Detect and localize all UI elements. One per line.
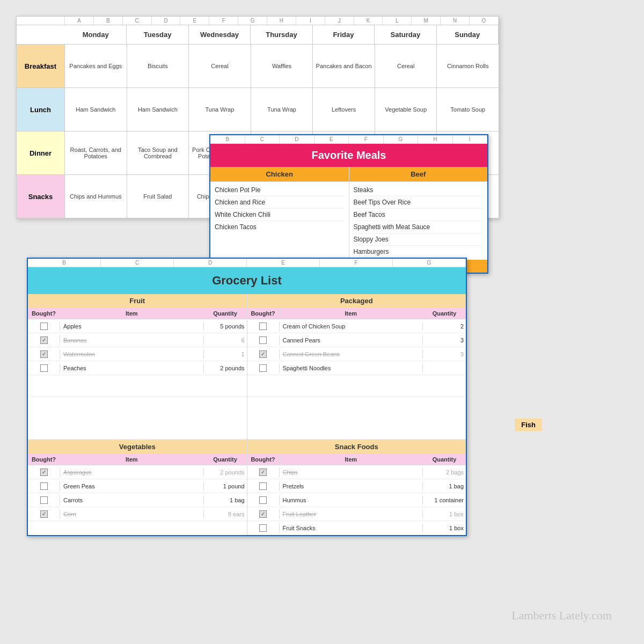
- mp-cell-l-tue: Ham Sandwich: [127, 88, 189, 131]
- mp-cell-b-fri: Pancakes and Bacon: [313, 45, 375, 87]
- mp-day-thursday: Thursday: [251, 25, 312, 44]
- mp-cell-l-thu: Tuna Wrap: [251, 88, 313, 131]
- gl-item-snack-0: Chips: [280, 468, 423, 477]
- gl-col-row-snack: Bought? Item Quantity: [247, 454, 466, 465]
- gl-qty-veg-1: 1 pound: [204, 482, 247, 491]
- mp-day-wednesday: Wednesday: [189, 25, 251, 44]
- checkbox-snack-0[interactable]: [259, 469, 267, 476]
- checkbox-fruit-2[interactable]: [40, 350, 48, 358]
- gl-col-row-packaged: Bought? Item Quantity: [247, 308, 466, 319]
- fm-chicken-3: White Chicken Chili: [215, 209, 345, 221]
- gl-item-fruit-1: Bananas: [60, 336, 204, 345]
- checkbox-fruit-3[interactable]: [40, 364, 48, 372]
- fm-beef-2: Beef Tips Over Rice: [354, 196, 484, 209]
- mp-letter-m: M: [412, 17, 441, 25]
- gl-qty-veg-3: 8 ears: [204, 510, 247, 518]
- fm-chicken-col: Chicken Pot Pie Chicken and Rice White C…: [210, 182, 349, 260]
- checkbox-fruit-0[interactable]: [40, 323, 48, 330]
- gl-col-label-veg-bought: Bought?: [28, 454, 60, 465]
- gl-check-fruit-0: [28, 321, 60, 331]
- gl-section-veg-snack: Vegetables Bought? Item Quantity Asparag…: [28, 440, 466, 535]
- gl-qty-snack-0: 2 bags: [423, 468, 466, 477]
- gl-qty-fruit-2: 1: [204, 350, 247, 358]
- fm-beef-3: Beef Tacos: [354, 209, 484, 221]
- checkbox-snack-1[interactable]: [259, 482, 267, 490]
- gl-spacer-fruit: [28, 375, 247, 397]
- gl-qty-veg-0: 2 pounds: [204, 468, 247, 477]
- mp-letter-j: J: [325, 17, 354, 25]
- gl-item-snack-3: Fruit Leather: [280, 510, 423, 518]
- gl-spacer-pkg: [247, 375, 466, 397]
- fm-letter-f: F: [349, 135, 384, 143]
- gl-check-snack-0: [247, 467, 280, 477]
- fm-title: Favorite Meals: [210, 144, 487, 167]
- checkbox-snack-4[interactable]: [259, 524, 267, 532]
- gl-item-snack-4: Fruit Snacks: [280, 524, 423, 532]
- gl-item-veg-0: Asparagus: [60, 468, 204, 477]
- gl-item-fruit-2: Watermelon: [60, 350, 204, 358]
- gl-row-snack-0: Chips 2 bags: [247, 465, 466, 479]
- gl-qty-snack-3: 1 box: [423, 510, 466, 518]
- gl-header-packaged: Packaged: [247, 294, 466, 308]
- favorite-meals: B C D E F G H I Favorite Meals Chicken B…: [209, 134, 488, 274]
- gl-section-fruit-packaged: Fruit Bought? Item Quantity Apples 5 pou…: [28, 294, 466, 440]
- grocery-list: B C D E F G Grocery List Fruit Bought? I…: [27, 258, 467, 536]
- gl-item-fruit-0: Apples: [60, 322, 204, 331]
- checkbox-pkg-0[interactable]: [259, 323, 267, 330]
- gl-check-veg-3: [28, 509, 60, 519]
- gl-letter-e: E: [247, 259, 320, 267]
- fm-letter-c: C: [245, 135, 280, 143]
- gl-item-pkg-1: Canned Pears: [280, 336, 423, 345]
- gl-check-snack-3: [247, 509, 280, 519]
- checkbox-snack-2[interactable]: [259, 496, 267, 504]
- mp-row-lunch: Lunch Ham Sandwich Ham Sandwich Tuna Wra…: [17, 88, 499, 131]
- gl-spacer-pkg-2: [247, 397, 466, 440]
- mp-cell-b-sun: Cinnamon Rolls: [437, 45, 499, 87]
- watermark: Lamberts Lately.com: [511, 609, 612, 623]
- checkbox-veg-1[interactable]: [40, 482, 48, 490]
- gl-check-fruit-3: [28, 363, 60, 373]
- gl-col-label-veg-item: Item: [60, 454, 204, 465]
- gl-half-snackfoods: Snack Foods Bought? Item Quantity Chips …: [247, 440, 466, 535]
- gl-item-veg-1: Green Peas: [60, 482, 204, 491]
- gl-row-veg-2: Carrots 1 bag: [28, 493, 247, 507]
- gl-row-pkg-3: Spaghetti Noodles: [247, 361, 466, 375]
- gl-qty-snack-1: 1 bag: [423, 482, 466, 491]
- checkbox-pkg-2[interactable]: [259, 350, 267, 358]
- mp-letter-o: O: [470, 17, 499, 25]
- checkbox-fruit-1[interactable]: [40, 336, 48, 344]
- mp-letter-g: G: [238, 17, 267, 25]
- mp-day-sunday: Sunday: [437, 25, 499, 44]
- gl-qty-fruit-1: 6: [204, 336, 247, 345]
- checkbox-snack-3[interactable]: [259, 510, 267, 518]
- checkbox-pkg-1[interactable]: [259, 336, 267, 344]
- mp-cell-l-mon: Ham Sandwich: [65, 88, 127, 131]
- fm-chicken-2: Chicken and Rice: [215, 196, 345, 209]
- mp-letter-n: N: [441, 17, 470, 25]
- mp-cell-b-sat: Cereal: [375, 45, 437, 87]
- gl-letter-b: B: [28, 259, 101, 267]
- checkbox-pkg-3[interactable]: [259, 364, 267, 372]
- checkbox-veg-0[interactable]: [40, 469, 48, 476]
- gl-check-pkg-1: [247, 335, 280, 345]
- fish-label: Fish: [515, 419, 542, 431]
- gl-row-fruit-0: Apples 5 pounds: [28, 319, 247, 333]
- mp-cell-b-wed: Cereal: [189, 45, 251, 87]
- gl-qty-snack-4: 1 box: [423, 524, 466, 532]
- gl-check-fruit-1: [28, 335, 60, 345]
- fm-col-header-chicken: Chicken: [210, 167, 349, 181]
- mp-letter-a: A: [65, 17, 94, 25]
- gl-check-veg-1: [28, 481, 60, 491]
- fm-beef-4: Spaghetti with Meat Sauce: [354, 221, 484, 233]
- mp-letter-d: D: [152, 17, 181, 25]
- gl-qty-snack-2: 1 container: [423, 496, 466, 504]
- gl-check-snack-4: [247, 523, 280, 533]
- gl-col-label-snack-bought: Bought?: [247, 454, 280, 465]
- mp-letter-i: I: [296, 17, 325, 25]
- gl-check-veg-0: [28, 467, 60, 477]
- checkbox-veg-2[interactable]: [40, 496, 48, 504]
- mp-letter-h: H: [267, 17, 296, 25]
- gl-letter-c: C: [101, 259, 174, 267]
- mp-day-friday: Friday: [313, 25, 375, 44]
- checkbox-veg-3[interactable]: [40, 510, 48, 518]
